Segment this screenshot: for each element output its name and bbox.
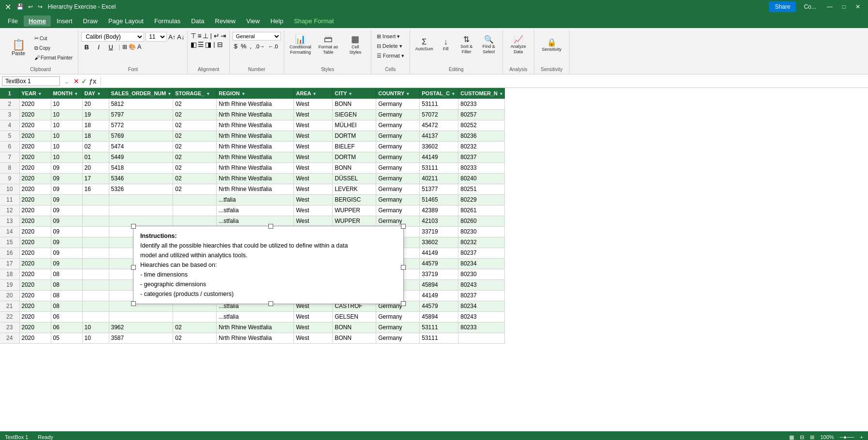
table-cell[interactable]: 80243	[458, 279, 505, 290]
wrap-text-button[interactable]: ↵	[214, 32, 220, 40]
table-cell[interactable]: 3	[0, 109, 19, 120]
paste-button[interactable]: 📋 Paste	[6, 32, 31, 64]
table-cell[interactable]: 20	[82, 162, 109, 173]
table-cell[interactable]: 09	[51, 237, 82, 248]
table-cell[interactable]: Nrth Rhine Westfalia	[217, 173, 294, 184]
menu-insert[interactable]: Insert	[52, 15, 77, 27]
menu-help[interactable]: Help	[265, 15, 288, 27]
table-cell[interactable]: 02	[173, 184, 217, 194]
table-cell[interactable]: 80236	[458, 131, 505, 141]
table-cell[interactable]: Germany	[376, 152, 420, 162]
table-cell[interactable]	[109, 311, 173, 322]
table-cell[interactable]: 8	[0, 162, 19, 173]
handle-br[interactable]	[401, 301, 406, 306]
col-sales-order-header[interactable]: SALES_ORDER_NUM ▾	[109, 88, 173, 99]
table-cell[interactable]: 18	[82, 131, 109, 141]
zoom-in[interactable]: +	[860, 434, 863, 440]
conditional-formatting-button[interactable]: 📊 ConditionalFormatting	[287, 32, 314, 57]
table-cell[interactable]: 17	[82, 173, 109, 184]
table-cell[interactable]: 80233	[458, 99, 505, 109]
table-cell[interactable]: 19	[0, 279, 19, 290]
menu-data[interactable]: Data	[186, 15, 209, 27]
table-cell[interactable]: 40211	[420, 173, 458, 184]
find-select-button[interactable]: 🔍 Find &Select	[478, 32, 500, 57]
table-cell[interactable]: 2020	[19, 131, 51, 141]
table-cell[interactable]: 2020	[19, 173, 51, 184]
table-cell[interactable]: BERGISC	[333, 194, 376, 205]
cut-button[interactable]: ✂ Cut	[32, 34, 75, 43]
table-cell[interactable]: 19	[82, 109, 109, 120]
table-cell[interactable]: SIEGEN	[333, 109, 376, 120]
table-cell[interactable]: 2020	[19, 162, 51, 173]
table-cell[interactable]: 80243	[458, 311, 505, 322]
table-cell[interactable]: 80234	[458, 258, 505, 269]
table-cell[interactable]: Germany	[376, 131, 420, 141]
menu-file[interactable]: File	[3, 15, 23, 27]
table-cell[interactable]: 06	[51, 322, 82, 333]
handle-tm[interactable]	[268, 224, 273, 229]
table-cell[interactable]: DORTM	[333, 152, 376, 162]
table-cell[interactable]: 5812	[109, 99, 173, 109]
table-cell[interactable]: West	[294, 322, 333, 333]
table-cell[interactable]: 23	[0, 322, 19, 333]
col-country-header[interactable]: COUNTRY ▾	[376, 88, 420, 99]
table-cell[interactable]: West	[294, 120, 333, 131]
table-cell[interactable]: 10	[51, 120, 82, 131]
table-cell[interactable]: 02	[173, 120, 217, 131]
table-cell[interactable]: 2020	[19, 99, 51, 109]
menu-review[interactable]: Review	[210, 15, 241, 27]
table-cell[interactable]: West	[294, 141, 333, 152]
table-cell[interactable]: 2020	[19, 311, 51, 322]
decrease-font-button[interactable]: A↓	[177, 33, 184, 41]
table-cell[interactable]	[82, 258, 109, 269]
menu-draw[interactable]: Draw	[78, 15, 103, 27]
table-cell[interactable]: 44137	[420, 131, 458, 141]
table-cell[interactable]: West	[294, 311, 333, 322]
align-left-button[interactable]: ◧	[191, 41, 197, 48]
table-cell[interactable]: 10	[51, 152, 82, 162]
menu-view[interactable]: View	[241, 15, 265, 27]
increase-decimal-button[interactable]: .0→	[253, 43, 266, 50]
comments-label[interactable]: Co...	[800, 1, 820, 12]
table-cell[interactable]: West	[294, 152, 333, 162]
table-cell[interactable]: DÜSSEL	[333, 173, 376, 184]
table-cell[interactable]: 16	[82, 184, 109, 194]
align-middle-button[interactable]: ≡	[197, 32, 201, 40]
table-cell[interactable]: 3962	[109, 322, 173, 333]
table-cell[interactable]: 80232	[458, 237, 505, 248]
table-cell[interactable]: ...stfalia	[217, 216, 294, 226]
table-cell[interactable]: 5797	[109, 109, 173, 120]
table-cell[interactable]: 4	[0, 120, 19, 131]
share-button[interactable]: Share	[769, 1, 796, 12]
table-cell[interactable]: 09	[51, 248, 82, 258]
table-cell[interactable]: 33602	[420, 141, 458, 152]
table-cell[interactable]: 45894	[420, 311, 458, 322]
table-cell[interactable]: WUPPER	[333, 216, 376, 226]
table-cell[interactable]: 09	[51, 226, 82, 237]
font-name-select[interactable]: Calibri (Body)	[81, 32, 144, 42]
table-cell[interactable]: West	[294, 131, 333, 141]
col-month-header[interactable]: MONTH ▾	[51, 88, 82, 99]
table-cell[interactable]: 2020	[19, 141, 51, 152]
expand-formula-button[interactable]: ⌄	[62, 76, 72, 86]
table-cell[interactable]	[173, 311, 217, 322]
percent-button[interactable]: %	[239, 42, 248, 51]
table-cell[interactable]: 2020	[19, 279, 51, 290]
table-cell[interactable]: 2020	[19, 152, 51, 162]
table-cell[interactable]: 2020	[19, 194, 51, 205]
table-cell[interactable]: 08	[51, 279, 82, 290]
table-cell[interactable]: Nrth Rhine Westfalia	[217, 184, 294, 194]
table-cell[interactable]: 5772	[109, 120, 173, 131]
fill-button[interactable]: ↓ Fill	[437, 32, 455, 57]
table-cell[interactable]: 53111	[420, 322, 458, 333]
formula-input[interactable]	[105, 77, 866, 86]
table-cell[interactable]: 80251	[458, 184, 505, 194]
table-cell[interactable]: Germany	[376, 205, 420, 216]
table-cell[interactable]: 21	[0, 301, 19, 311]
table-cell[interactable]: 08	[51, 269, 82, 279]
table-cell[interactable]: 51377	[420, 184, 458, 194]
table-cell[interactable]: 2020	[19, 290, 51, 301]
format-as-table-button[interactable]: 🗃 Format asTable	[316, 32, 341, 57]
decrease-decimal-button[interactable]: ←.0	[266, 43, 279, 50]
increase-font-button[interactable]: A↑	[168, 33, 176, 41]
